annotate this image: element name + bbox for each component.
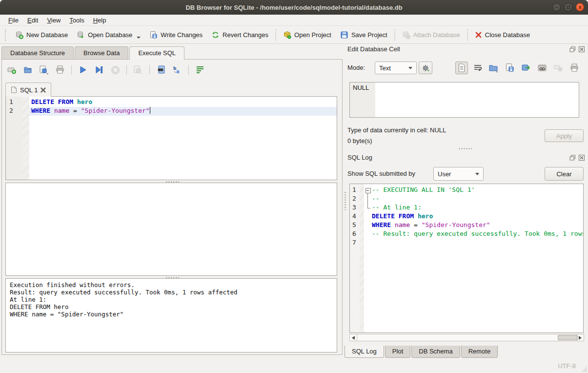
- dock-splitter[interactable]: [345, 147, 585, 149]
- tab-database-structure[interactable]: Database Structure: [1, 46, 74, 59]
- execute-current-line-icon[interactable]: [93, 64, 105, 76]
- cell-editor[interactable]: NULL: [349, 82, 579, 118]
- sql-log-title: SQL Log: [347, 154, 372, 161]
- open-project-icon: [283, 31, 291, 39]
- word-wrap-icon[interactable]: [471, 62, 484, 74]
- scroll-left-icon[interactable]: [350, 334, 357, 341]
- sql-toolbar: ba: [6, 63, 206, 77]
- close-tab-icon[interactable]: [41, 87, 46, 93]
- sql-toolbar-separator: [188, 65, 189, 75]
- save-project-label: Save Project: [351, 31, 387, 39]
- new-database-label: New Database: [26, 31, 68, 39]
- resize-grip-icon[interactable]: [581, 366, 587, 372]
- menu-edit[interactable]: Edit: [23, 16, 42, 25]
- import-file-icon[interactable]: [487, 62, 500, 74]
- word-wrap-icon[interactable]: [194, 64, 206, 76]
- print-sql-icon[interactable]: [54, 64, 66, 76]
- menu-tools[interactable]: Tools: [65, 16, 88, 25]
- log-filter-label: Show SQL submitted by: [347, 170, 415, 177]
- tab-db-schema[interactable]: DB Schema: [411, 346, 460, 358]
- panel-splitter[interactable]: [343, 46, 347, 355]
- revert-changes-label: Revert Changes: [223, 31, 268, 39]
- editor-line-current: 2 WHERE name = "Spider-Youngster": [6, 107, 337, 116]
- edit-cell-title: Edit Database Cell: [347, 45, 400, 53]
- menu-help[interactable]: Help: [89, 16, 111, 25]
- tab-browse-data[interactable]: Browse Data: [75, 46, 128, 59]
- write-changes-button[interactable]: Write Changes: [145, 28, 207, 41]
- close-panel-icon[interactable]: [578, 154, 585, 161]
- toolbar-separator: [275, 29, 276, 41]
- execute-all-icon[interactable]: [77, 64, 89, 76]
- open-database-icon: [77, 31, 85, 39]
- menu-file[interactable]: File: [4, 16, 23, 25]
- set-null-icon[interactable]: [552, 62, 565, 74]
- auto-format-icon[interactable]: ba: [171, 64, 183, 76]
- scroll-right-icon[interactable]: [576, 334, 584, 341]
- tab-execute-sql[interactable]: Execute SQL: [129, 46, 184, 60]
- log-horizontal-scrollbar[interactable]: [349, 334, 584, 341]
- sql-toolbar-separator: [71, 65, 72, 75]
- close-database-button[interactable]: Close Database: [470, 29, 535, 41]
- float-panel-icon[interactable]: [569, 46, 576, 52]
- float-panel-icon[interactable]: [569, 154, 576, 161]
- open-database-label: Open Database: [88, 31, 132, 39]
- chevron-down-icon: [408, 67, 412, 69]
- window-title: DB Browser for SQLite - /home/user/code/…: [185, 4, 402, 11]
- log-filter-select[interactable]: User: [433, 167, 484, 181]
- cell-toolbar: [455, 62, 581, 74]
- menu-view[interactable]: View: [42, 16, 65, 25]
- mode-value: Text: [379, 64, 391, 72]
- apply-gear-button[interactable]: [419, 62, 432, 74]
- cell-value: NULL: [353, 84, 369, 91]
- save-results-icon[interactable]: [132, 64, 144, 76]
- sql-document-tab[interactable]: SQL 1: [5, 83, 51, 97]
- tab-remote[interactable]: Remote: [461, 346, 498, 358]
- scrollbar-thumb[interactable]: [558, 335, 578, 340]
- export-icon[interactable]: [520, 62, 532, 74]
- open-database-dropdown-icon[interactable]: [137, 37, 141, 39]
- new-database-button[interactable]: New Database: [11, 28, 72, 41]
- menubar: File Edit View Tools Help: [0, 15, 588, 26]
- sql-toolbar-separator: [126, 65, 127, 75]
- log-line: 5 WHERE name = "Spider-Youngster": [350, 221, 583, 230]
- sql-editor[interactable]: 1 DELETE FROM hero 2 WHERE name = "Spide…: [5, 96, 337, 180]
- svg-text:a: a: [176, 69, 180, 74]
- app-window: { "window": { "title": "DB Browser for S…: [0, 0, 588, 373]
- open-sql-file-icon[interactable]: [22, 64, 34, 76]
- log-line: 2 --: [350, 195, 583, 204]
- link-icon[interactable]: [536, 62, 548, 74]
- fold-collapse-icon[interactable]: [364, 186, 372, 195]
- close-icon[interactable]: x: [576, 3, 584, 11]
- save-sql-file-icon[interactable]: [38, 64, 50, 76]
- text-mode-icon[interactable]: [455, 62, 468, 74]
- clear-log-button[interactable]: Clear: [545, 167, 584, 181]
- log-filter-value: User: [438, 170, 451, 178]
- new-tab-icon[interactable]: [6, 64, 18, 76]
- print-cell-icon[interactable]: [568, 62, 581, 74]
- minimize-icon[interactable]: –: [552, 3, 561, 11]
- maximize-icon[interactable]: [564, 3, 572, 11]
- log-line: 3 -- At line 1:: [350, 204, 583, 212]
- open-project-label: Open Project: [294, 31, 331, 39]
- tab-plot[interactable]: Plot: [385, 346, 410, 358]
- log-line: 1 -- EXECUTING ALL IN 'SQL 1': [350, 186, 583, 195]
- tab-sql-log[interactable]: SQL Log: [345, 346, 384, 358]
- mode-select[interactable]: Text: [375, 62, 417, 74]
- log-line: 7: [350, 239, 583, 248]
- stop-icon[interactable]: [109, 64, 121, 76]
- save-project-button[interactable]: Save Project: [336, 28, 392, 41]
- open-database-button[interactable]: Open Database: [72, 28, 145, 41]
- mode-label: Mode:: [347, 64, 365, 71]
- line-number: 1: [6, 98, 22, 105]
- attach-database-button[interactable]: Attach Database: [398, 28, 465, 41]
- revert-changes-icon: [211, 31, 220, 39]
- apply-button[interactable]: Apply: [545, 129, 584, 142]
- results-grid: [5, 183, 337, 276]
- revert-changes-button[interactable]: Revert Changes: [207, 28, 273, 41]
- write-changes-label: Write Changes: [161, 31, 203, 39]
- open-project-button[interactable]: Open Project: [279, 28, 336, 41]
- execution-messages: Execution finished without errors. Resul…: [5, 278, 337, 352]
- close-panel-icon[interactable]: [578, 46, 585, 52]
- save-file-icon[interactable]: [504, 62, 516, 74]
- find-icon[interactable]: [155, 64, 167, 76]
